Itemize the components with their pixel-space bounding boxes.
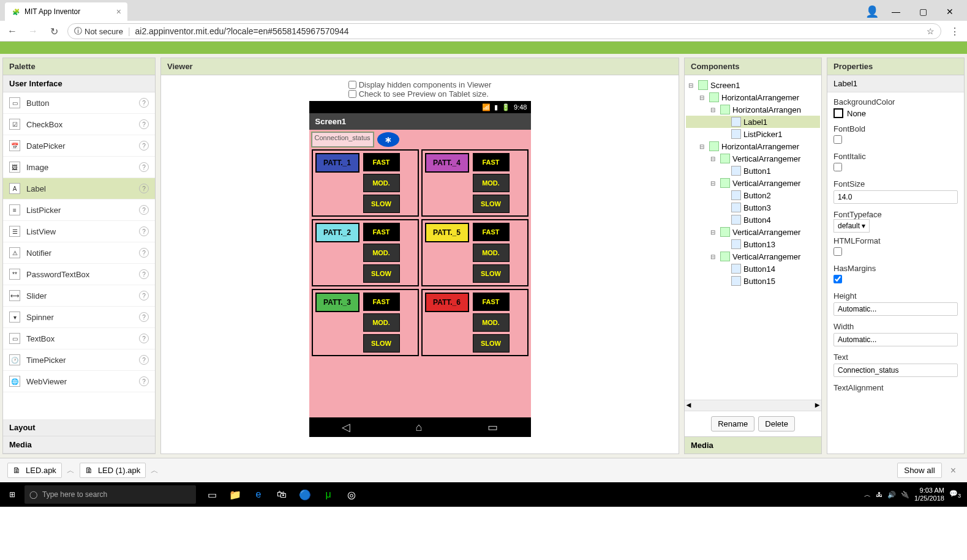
bluetooth-icon[interactable]: ∗: [377, 132, 399, 147]
help-icon[interactable]: ?: [139, 269, 149, 279]
delete-button[interactable]: Delete: [758, 416, 795, 431]
taskbar-search[interactable]: ◯ Type here to search: [24, 485, 196, 504]
fontbold-checkbox[interactable]: [833, 135, 842, 144]
volume-icon[interactable]: 🔊: [887, 491, 896, 499]
tree-toggle-icon[interactable]: ⊟: [710, 180, 718, 187]
phone-content[interactable]: Connection_status ∗ PATT._1 FAST MOD. SL…: [309, 130, 531, 417]
help-icon[interactable]: ?: [139, 312, 149, 322]
tree-toggle-icon[interactable]: ⊟: [710, 229, 718, 236]
power-icon[interactable]: 🔌: [901, 491, 909, 499]
slow-button[interactable]: SLOW: [473, 334, 510, 353]
tree-item-button4[interactable]: Button4: [686, 214, 820, 226]
task-view-icon[interactable]: ▭: [201, 482, 223, 507]
pattern-button[interactable]: PATT._1: [315, 153, 359, 173]
mod-button[interactable]: MOD.: [363, 174, 400, 192]
palette-item-webviewer[interactable]: 🌐WebViewer?: [3, 371, 155, 392]
fast-button[interactable]: FAST: [363, 293, 400, 311]
tree-item-button14[interactable]: Button14: [686, 263, 820, 275]
edge-icon[interactable]: e: [247, 482, 269, 507]
palette-item-listpicker[interactable]: ≡ListPicker?: [3, 200, 155, 221]
download-item-1[interactable]: 🗎 LED.apk: [7, 463, 62, 478]
tree-toggle-icon[interactable]: ⊟: [710, 106, 718, 113]
phone-recent-icon[interactable]: ▭: [487, 420, 498, 434]
tree-item-screen1[interactable]: ⊟Screen1: [686, 79, 820, 91]
slow-button[interactable]: SLOW: [363, 264, 400, 283]
back-button[interactable]: ←: [5, 24, 20, 39]
phone-back-icon[interactable]: ◁: [342, 420, 350, 434]
connection-status-label[interactable]: Connection_status: [312, 132, 374, 147]
star-icon[interactable]: ☆: [927, 26, 935, 36]
height-input[interactable]: [833, 302, 958, 316]
hasmargins-checkbox[interactable]: [833, 275, 842, 283]
network-icon[interactable]: 🖧: [876, 491, 882, 498]
close-icon[interactable]: ×: [116, 7, 121, 17]
help-icon[interactable]: ?: [139, 355, 149, 365]
tree-toggle-icon[interactable]: ⊟: [699, 94, 707, 101]
pattern-button[interactable]: PATT._4: [425, 153, 469, 173]
utorrent-icon[interactable]: μ: [317, 482, 339, 507]
palette-item-button[interactable]: ▭Button?: [3, 92, 155, 114]
tree-item-button1[interactable]: Button1: [686, 165, 820, 177]
mod-button[interactable]: MOD.: [473, 174, 510, 192]
opt-tablet-preview[interactable]: Check to see Preview on Tablet size.: [348, 89, 492, 99]
rename-button[interactable]: Rename: [711, 416, 754, 431]
tree-toggle-icon[interactable]: ⊟: [710, 155, 718, 162]
mod-button[interactable]: MOD.: [363, 313, 400, 332]
palette-item-image[interactable]: 🖼Image?: [3, 157, 155, 178]
tree-toggle-icon[interactable]: ⊟: [688, 82, 696, 89]
pattern-button[interactable]: PATT._5: [425, 223, 469, 242]
palette-item-checkbox[interactable]: ☑CheckBox?: [3, 114, 155, 135]
fontitalic-checkbox[interactable]: [833, 163, 842, 171]
help-icon[interactable]: ?: [139, 205, 149, 215]
palette-item-datepicker[interactable]: 📅DatePicker?: [3, 135, 155, 157]
palette-item-notifier[interactable]: ⚠Notifier?: [3, 242, 155, 264]
close-button[interactable]: ✕: [940, 4, 960, 19]
mod-button[interactable]: MOD.: [473, 244, 510, 262]
palette-item-slider[interactable]: ⟷Slider?: [3, 285, 155, 307]
help-icon[interactable]: ?: [139, 291, 149, 301]
maximize-button[interactable]: ▢: [913, 4, 933, 19]
help-icon[interactable]: ?: [139, 226, 149, 236]
palette-item-listview[interactable]: ☰ListView?: [3, 221, 155, 242]
fast-button[interactable]: FAST: [363, 153, 400, 171]
help-icon[interactable]: ?: [139, 119, 149, 129]
pattern-button[interactable]: PATT._6: [425, 293, 469, 312]
chevron-up-icon[interactable]: ︿: [151, 465, 159, 476]
palette-item-textbox[interactable]: ▭TextBox?: [3, 328, 155, 349]
fast-button[interactable]: FAST: [363, 223, 400, 241]
close-icon[interactable]: ×: [947, 465, 960, 476]
mod-button[interactable]: MOD.: [363, 244, 400, 262]
palette-item-passwordtextbox[interactable]: **PasswordTextBox?: [3, 264, 155, 285]
menu-icon[interactable]: ⋮: [947, 24, 962, 39]
security-indicator[interactable]: ⓘ Not secure: [74, 26, 123, 37]
palette-item-label[interactable]: ALabel?: [3, 178, 155, 200]
fast-button[interactable]: FAST: [473, 293, 510, 311]
show-all-button[interactable]: Show all: [897, 463, 941, 478]
palette-item-spinner[interactable]: ▾Spinner?: [3, 307, 155, 328]
notification-icon[interactable]: 💬3: [949, 490, 961, 499]
palette-category-layout[interactable]: Layout: [3, 419, 155, 436]
tree-item-button3[interactable]: Button3: [686, 201, 820, 214]
palette-category-media[interactable]: Media: [3, 436, 155, 454]
tree-item-horizontalarrangemer[interactable]: ⊟HorizontalArrangemer: [686, 140, 820, 152]
download-item-2[interactable]: 🗎 LED (1).apk: [80, 463, 146, 478]
chevron-up-icon[interactable]: ︿: [67, 465, 75, 476]
app-icon[interactable]: ◎: [341, 482, 363, 507]
help-icon[interactable]: ?: [139, 248, 149, 258]
tree-item-button15[interactable]: Button15: [686, 275, 820, 287]
opt-tablet-checkbox[interactable]: [348, 90, 356, 98]
tree-item-horizontalarrangemer[interactable]: ⊟HorizontalArrangemer: [686, 91, 820, 103]
tray-chevron-icon[interactable]: ︿: [864, 490, 871, 499]
mod-button[interactable]: MOD.: [473, 313, 510, 332]
palette-category-ui[interactable]: User Interface: [3, 75, 155, 92]
tree-item-label1[interactable]: Label1: [686, 116, 820, 128]
fontsize-input[interactable]: [833, 190, 958, 204]
slow-button[interactable]: SLOW: [473, 195, 510, 213]
prop-bgcolor-value[interactable]: None: [833, 108, 958, 118]
help-icon[interactable]: ?: [139, 334, 149, 343]
tree-item-verticalarrangemer[interactable]: ⊟VerticalArrangemer: [686, 250, 820, 263]
user-icon[interactable]: 👤: [865, 5, 879, 18]
typeface-select[interactable]: default ▾: [833, 219, 870, 233]
tree-item-verticalarrangemer[interactable]: ⊟VerticalArrangemer: [686, 226, 820, 238]
taskbar-clock[interactable]: 9:03 AM 1/25/2018: [914, 487, 944, 502]
